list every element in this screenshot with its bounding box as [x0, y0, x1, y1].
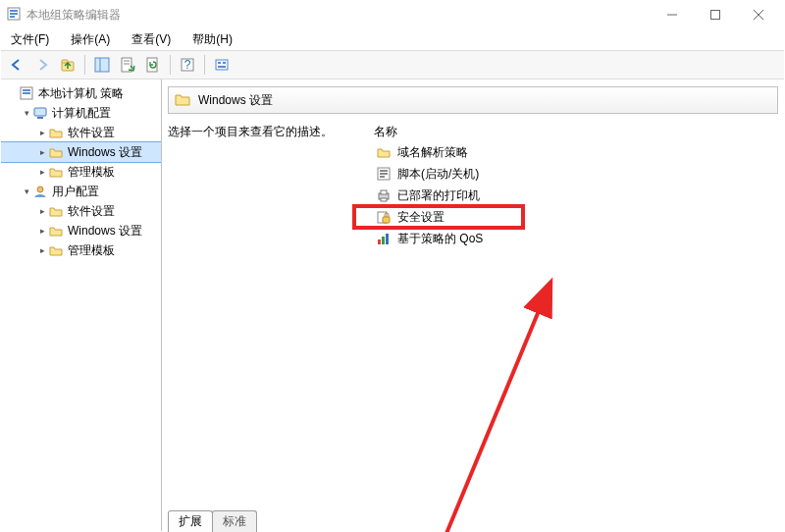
chevron-right-icon[interactable]: ▸ [36, 128, 48, 137]
properties-button[interactable] [116, 53, 139, 77]
menu-help[interactable]: 帮助(H) [188, 29, 236, 50]
chevron-right-icon[interactable]: ▸ [36, 245, 48, 255]
tree-user-config[interactable]: ▾ 用户配置 [1, 182, 161, 201]
close-button[interactable] [737, 1, 780, 28]
svg-rect-5 [711, 11, 720, 20]
forward-button[interactable] [30, 53, 54, 77]
toolbar: ? [1, 50, 784, 80]
item-label: 已部署的打印机 [397, 187, 480, 204]
menu-action[interactable]: 操作(A) [67, 29, 114, 50]
svg-rect-2 [10, 13, 18, 15]
svg-rect-25 [34, 108, 46, 116]
up-button[interactable] [56, 53, 79, 77]
svg-rect-24 [23, 92, 30, 94]
svg-rect-19 [218, 62, 221, 64]
folder-icon [48, 144, 64, 160]
svg-rect-31 [380, 176, 385, 178]
app-icon [7, 7, 21, 24]
chevron-right-icon[interactable]: ▸ [36, 167, 48, 177]
item-security-settings[interactable]: 安全设置 [374, 206, 778, 228]
tree-label: 本地计算机 策略 [38, 85, 124, 102]
folder-icon [376, 144, 392, 160]
items-column: 名称 域名解析策略 脚本(启动/关机) 已部署的打印机 [374, 124, 778, 509]
chevron-down-icon[interactable]: ▾ [21, 108, 32, 118]
menu-file[interactable]: 文件(F) [7, 29, 53, 50]
help-button[interactable]: ? [176, 53, 199, 77]
tree-pane[interactable]: 本地计算机 策略 ▾ 计算机配置 ▸ 软件设置 ▸ Windows 设置 ▸ 管… [1, 80, 162, 531]
printer-icon [376, 187, 392, 203]
item-label: 安全设置 [397, 209, 445, 226]
show-tree-button[interactable] [90, 53, 114, 77]
svg-rect-23 [23, 89, 30, 91]
tree-label: 软件设置 [68, 125, 115, 141]
script-icon [376, 166, 392, 182]
tree-admin-templates[interactable]: ▸ 管理模板 [1, 162, 161, 182]
menu-view[interactable]: 查看(V) [128, 29, 175, 50]
maximize-button[interactable] [694, 1, 737, 28]
item-label: 域名解析策略 [397, 144, 468, 161]
tree-root[interactable]: 本地计算机 策略 [1, 83, 161, 103]
svg-rect-30 [380, 173, 388, 175]
svg-rect-33 [381, 190, 387, 194]
tab-standard[interactable]: 标准 [212, 510, 257, 532]
toolbar-separator [170, 55, 171, 75]
folder-icon [48, 223, 64, 239]
title-bar: 本地组策略编辑器 [1, 1, 784, 28]
chevron-down-icon[interactable]: ▾ [21, 186, 32, 196]
svg-rect-9 [62, 60, 68, 63]
folder-icon [48, 203, 64, 219]
chart-icon [376, 231, 392, 246]
details-title: Windows 设置 [198, 92, 273, 109]
minimize-button[interactable] [651, 1, 694, 28]
computer-icon [32, 105, 48, 121]
toolbar-separator [84, 55, 85, 75]
item-label: 脚本(启动/关机) [397, 166, 479, 183]
description-column: 选择一个项目来查看它的描述。 [168, 124, 374, 509]
svg-rect-1 [10, 10, 18, 12]
tree-label: 计算机配置 [52, 105, 111, 122]
svg-rect-38 [382, 237, 385, 244]
item-qos[interactable]: 基于策略的 QoS [374, 228, 778, 249]
svg-rect-3 [10, 16, 15, 18]
item-scripts[interactable]: 脚本(启动/关机) [374, 163, 778, 185]
item-dns-policy[interactable]: 域名解析策略 [374, 141, 778, 163]
tab-extended[interactable]: 扩展 [168, 510, 213, 532]
svg-rect-36 [383, 217, 390, 223]
user-icon [32, 184, 48, 199]
tree-windows-settings[interactable]: ▸ Windows 设置 [1, 142, 161, 162]
svg-text:?: ? [184, 58, 191, 72]
svg-rect-21 [218, 66, 226, 68]
tree-computer-config[interactable]: ▾ 计算机配置 [1, 103, 161, 123]
chevron-right-icon[interactable]: ▸ [36, 206, 48, 216]
refresh-button[interactable] [141, 53, 165, 77]
folder-icon [48, 125, 64, 140]
svg-rect-10 [95, 58, 109, 72]
toolbar-separator [204, 55, 205, 75]
filter-button[interactable] [210, 53, 234, 77]
tree-user-software-settings[interactable]: ▸ 软件设置 [1, 201, 161, 221]
tree-label: 用户配置 [52, 184, 99, 200]
tree-software-settings[interactable]: ▸ 软件设置 [1, 123, 161, 142]
item-deployed-printers[interactable]: 已部署的打印机 [374, 185, 778, 206]
tree-label: 软件设置 [68, 203, 115, 220]
chevron-right-icon[interactable]: ▸ [36, 226, 48, 236]
details-content: 选择一个项目来查看它的描述。 名称 域名解析策略 脚本(启动/关机) 已部署的打… [162, 120, 784, 509]
tree-label: 管理模板 [68, 242, 115, 259]
details-pane: Windows 设置 选择一个项目来查看它的描述。 名称 域名解析策略 脚本(启… [162, 80, 784, 531]
tree-user-windows-settings[interactable]: ▸ Windows 设置 [1, 221, 161, 240]
back-button[interactable] [5, 53, 28, 77]
security-icon [376, 209, 392, 225]
details-tabs: 扩展 标准 [162, 509, 784, 531]
svg-rect-29 [380, 170, 388, 172]
item-label: 基于策略的 QoS [397, 231, 483, 247]
tree-label: Windows 设置 [68, 144, 142, 161]
policy-icon [19, 85, 34, 101]
svg-rect-18 [216, 60, 228, 70]
chevron-right-icon[interactable]: ▸ [36, 147, 48, 157]
svg-rect-34 [381, 198, 387, 201]
column-header-name[interactable]: 名称 [374, 124, 778, 141]
tree-user-admin-templates[interactable]: ▸ 管理模板 [1, 240, 161, 260]
details-header: Windows 设置 [168, 86, 778, 114]
body: 本地计算机 策略 ▾ 计算机配置 ▸ 软件设置 ▸ Windows 设置 ▸ 管… [1, 80, 784, 531]
folder-icon [48, 242, 64, 258]
